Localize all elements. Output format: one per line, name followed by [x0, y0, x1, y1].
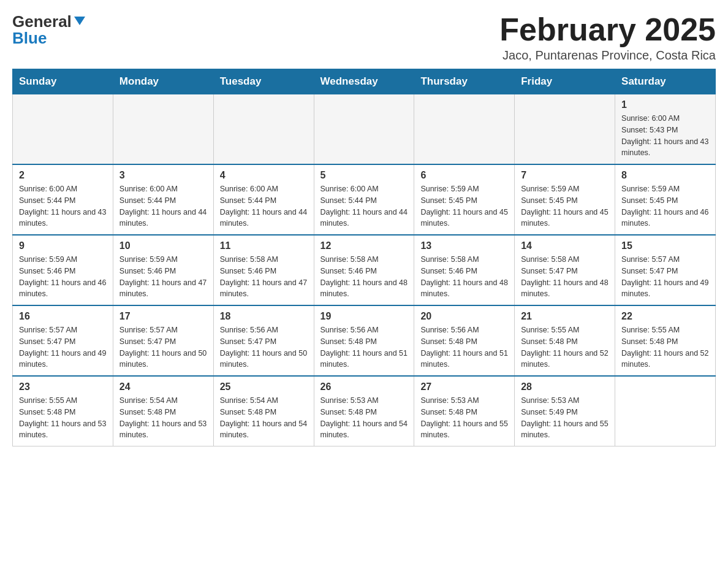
day-info: Sunrise: 5:57 AM Sunset: 5:47 PM Dayligh… [119, 324, 207, 370]
page-header: General Blue February 2025 Jaco, Puntare… [12, 12, 716, 63]
day-info: Sunrise: 6:00 AM Sunset: 5:44 PM Dayligh… [19, 183, 107, 229]
day-number: 21 [521, 311, 609, 322]
calendar-cell-w4-d3: 18Sunrise: 5:56 AM Sunset: 5:47 PM Dayli… [213, 305, 314, 376]
calendar-cell-w5-d4: 26Sunrise: 5:53 AM Sunset: 5:48 PM Dayli… [314, 376, 414, 446]
calendar-cell-w3-d5: 13Sunrise: 5:58 AM Sunset: 5:46 PM Dayli… [414, 235, 515, 305]
day-info: Sunrise: 5:58 AM Sunset: 5:47 PM Dayligh… [521, 254, 609, 300]
day-info: Sunrise: 5:56 AM Sunset: 5:48 PM Dayligh… [420, 324, 508, 370]
col-wednesday: Wednesday [314, 69, 414, 94]
day-number: 8 [621, 170, 709, 181]
day-info: Sunrise: 6:00 AM Sunset: 5:43 PM Dayligh… [621, 113, 709, 159]
week-row-3: 9Sunrise: 5:59 AM Sunset: 5:46 PM Daylig… [13, 235, 716, 305]
day-info: Sunrise: 5:53 AM Sunset: 5:49 PM Dayligh… [521, 395, 609, 441]
calendar-cell-w2-d7: 8Sunrise: 5:59 AM Sunset: 5:45 PM Daylig… [615, 164, 716, 235]
day-info: Sunrise: 5:53 AM Sunset: 5:48 PM Dayligh… [420, 395, 508, 441]
logo-arrow-icon [73, 14, 86, 28]
calendar-cell-w2-d3: 4Sunrise: 6:00 AM Sunset: 5:44 PM Daylig… [213, 164, 314, 235]
svg-marker-0 [74, 17, 85, 25]
calendar-cell-w2-d5: 6Sunrise: 5:59 AM Sunset: 5:45 PM Daylig… [414, 164, 515, 235]
calendar-cell-w4-d5: 20Sunrise: 5:56 AM Sunset: 5:48 PM Dayli… [414, 305, 515, 376]
calendar-cell-w4-d2: 17Sunrise: 5:57 AM Sunset: 5:47 PM Dayli… [113, 305, 213, 376]
calendar-cell-w3-d4: 12Sunrise: 5:58 AM Sunset: 5:46 PM Dayli… [314, 235, 414, 305]
day-number: 7 [521, 170, 609, 181]
col-thursday: Thursday [414, 69, 515, 94]
day-number: 3 [119, 170, 207, 181]
day-info: Sunrise: 5:56 AM Sunset: 5:48 PM Dayligh… [320, 324, 408, 370]
day-number: 17 [119, 311, 207, 322]
day-info: Sunrise: 5:59 AM Sunset: 5:45 PM Dayligh… [420, 183, 508, 229]
day-info: Sunrise: 5:58 AM Sunset: 5:46 PM Dayligh… [420, 254, 508, 300]
calendar-cell-w5-d5: 27Sunrise: 5:53 AM Sunset: 5:48 PM Dayli… [414, 376, 515, 446]
day-number: 14 [521, 240, 609, 251]
day-number: 25 [220, 381, 308, 393]
week-row-4: 16Sunrise: 5:57 AM Sunset: 5:47 PM Dayli… [13, 305, 716, 376]
calendar-table: Sunday Monday Tuesday Wednesday Thursday… [12, 69, 716, 446]
day-info: Sunrise: 5:53 AM Sunset: 5:48 PM Dayligh… [320, 395, 408, 441]
logo-blue: Blue [12, 29, 47, 47]
col-saturday: Saturday [615, 69, 716, 94]
day-number: 18 [220, 311, 308, 322]
month-title: February 2025 [499, 12, 716, 47]
calendar-cell-w2-d4: 5Sunrise: 6:00 AM Sunset: 5:44 PM Daylig… [314, 164, 414, 235]
day-number: 23 [19, 381, 107, 393]
calendar-cell-w1-d1 [13, 94, 113, 165]
calendar-cell-w5-d1: 23Sunrise: 5:55 AM Sunset: 5:48 PM Dayli… [13, 376, 113, 446]
day-number: 16 [19, 311, 107, 322]
calendar-cell-w3-d2: 10Sunrise: 5:59 AM Sunset: 5:46 PM Dayli… [113, 235, 213, 305]
col-tuesday: Tuesday [213, 69, 314, 94]
day-info: Sunrise: 5:59 AM Sunset: 5:45 PM Dayligh… [621, 183, 709, 229]
calendar-cell-w4-d6: 21Sunrise: 5:55 AM Sunset: 5:48 PM Dayli… [515, 305, 615, 376]
day-info: Sunrise: 5:58 AM Sunset: 5:46 PM Dayligh… [220, 254, 308, 300]
calendar-cell-w4-d7: 22Sunrise: 5:55 AM Sunset: 5:48 PM Dayli… [615, 305, 716, 376]
day-number: 4 [220, 170, 308, 181]
day-number: 12 [320, 240, 408, 251]
day-number: 28 [521, 381, 609, 393]
day-info: Sunrise: 5:57 AM Sunset: 5:47 PM Dayligh… [621, 254, 709, 300]
calendar-cell-w1-d3 [213, 94, 314, 165]
day-info: Sunrise: 5:58 AM Sunset: 5:46 PM Dayligh… [320, 254, 408, 300]
week-row-5: 23Sunrise: 5:55 AM Sunset: 5:48 PM Dayli… [13, 376, 716, 446]
day-number: 9 [19, 240, 107, 251]
day-number: 27 [420, 381, 508, 393]
title-area: February 2025 Jaco, Puntarenas Province,… [499, 12, 716, 63]
day-number: 13 [420, 240, 508, 251]
day-info: Sunrise: 5:54 AM Sunset: 5:48 PM Dayligh… [119, 395, 207, 441]
calendar-cell-w5-d7 [615, 376, 716, 446]
calendar-cell-w5-d3: 25Sunrise: 5:54 AM Sunset: 5:48 PM Dayli… [213, 376, 314, 446]
day-info: Sunrise: 5:59 AM Sunset: 5:46 PM Dayligh… [119, 254, 207, 300]
col-sunday: Sunday [13, 69, 113, 94]
day-info: Sunrise: 6:00 AM Sunset: 5:44 PM Dayligh… [119, 183, 207, 229]
calendar-cell-w3-d7: 15Sunrise: 5:57 AM Sunset: 5:47 PM Dayli… [615, 235, 716, 305]
day-number: 1 [621, 99, 709, 110]
day-number: 26 [320, 381, 408, 393]
day-number: 11 [220, 240, 308, 251]
calendar-cell-w3-d6: 14Sunrise: 5:58 AM Sunset: 5:47 PM Dayli… [515, 235, 615, 305]
week-row-1: 1Sunrise: 6:00 AM Sunset: 5:43 PM Daylig… [13, 94, 716, 165]
col-monday: Monday [113, 69, 213, 94]
day-number: 24 [119, 381, 207, 393]
calendar-cell-w1-d7: 1Sunrise: 6:00 AM Sunset: 5:43 PM Daylig… [615, 94, 716, 165]
calendar-cell-w1-d2 [113, 94, 213, 165]
calendar-header-row: Sunday Monday Tuesday Wednesday Thursday… [13, 69, 716, 94]
day-info: Sunrise: 5:57 AM Sunset: 5:47 PM Dayligh… [19, 324, 107, 370]
day-number: 22 [621, 311, 709, 322]
calendar-cell-w3-d3: 11Sunrise: 5:58 AM Sunset: 5:46 PM Dayli… [213, 235, 314, 305]
day-info: Sunrise: 5:59 AM Sunset: 5:46 PM Dayligh… [19, 254, 107, 300]
calendar-cell-w5-d2: 24Sunrise: 5:54 AM Sunset: 5:48 PM Dayli… [113, 376, 213, 446]
calendar-cell-w1-d6 [515, 94, 615, 165]
calendar-cell-w2-d6: 7Sunrise: 5:59 AM Sunset: 5:45 PM Daylig… [515, 164, 615, 235]
day-info: Sunrise: 5:55 AM Sunset: 5:48 PM Dayligh… [19, 395, 107, 441]
day-info: Sunrise: 5:55 AM Sunset: 5:48 PM Dayligh… [521, 324, 609, 370]
day-number: 15 [621, 240, 709, 251]
day-info: Sunrise: 5:54 AM Sunset: 5:48 PM Dayligh… [220, 395, 308, 441]
day-info: Sunrise: 5:56 AM Sunset: 5:47 PM Dayligh… [220, 324, 308, 370]
day-info: Sunrise: 6:00 AM Sunset: 5:44 PM Dayligh… [220, 183, 308, 229]
day-number: 10 [119, 240, 207, 251]
day-info: Sunrise: 5:59 AM Sunset: 5:45 PM Dayligh… [521, 183, 609, 229]
location: Jaco, Puntarenas Province, Costa Rica [499, 48, 716, 63]
day-info: Sunrise: 6:00 AM Sunset: 5:44 PM Dayligh… [320, 183, 408, 229]
col-friday: Friday [515, 69, 615, 94]
day-number: 6 [420, 170, 508, 181]
calendar-cell-w4-d1: 16Sunrise: 5:57 AM Sunset: 5:47 PM Dayli… [13, 305, 113, 376]
logo: General Blue [12, 12, 86, 48]
